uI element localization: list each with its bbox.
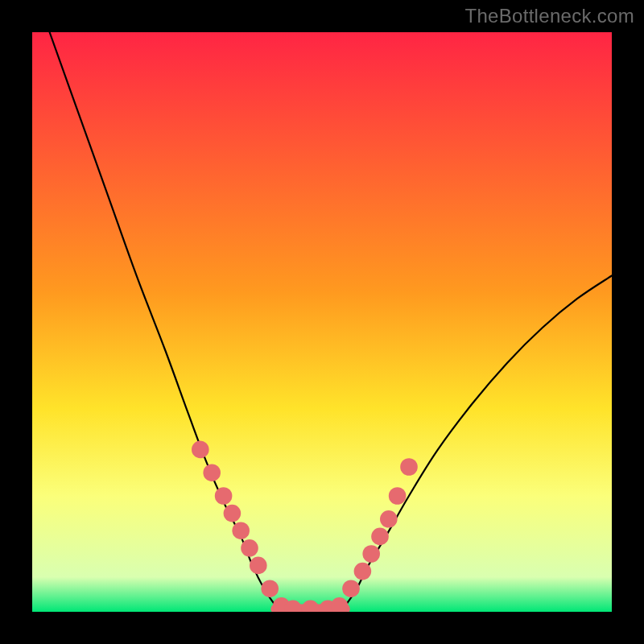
chart-frame: TheBottleneck.com bbox=[0, 0, 644, 644]
marker-dot bbox=[362, 545, 380, 563]
marker-dot bbox=[354, 563, 372, 580]
marker-dot bbox=[380, 510, 398, 528]
marker-dot bbox=[232, 522, 250, 539]
watermark-text: TheBottleneck.com bbox=[464, 5, 634, 27]
marker-dot bbox=[250, 557, 267, 575]
marker-dot bbox=[192, 441, 209, 459]
marker-dot bbox=[261, 580, 279, 597]
marker-dot bbox=[400, 458, 418, 476]
marker-dot bbox=[224, 505, 242, 522]
marker-dot bbox=[342, 580, 360, 597]
marker-dot bbox=[241, 539, 258, 557]
marker-dot bbox=[371, 528, 389, 546]
marker-dot bbox=[203, 464, 221, 481]
plot-area bbox=[32, 32, 612, 612]
chart-svg bbox=[32, 32, 612, 612]
marker-dot bbox=[389, 487, 407, 505]
gradient-background bbox=[32, 32, 612, 612]
marker-dot bbox=[215, 487, 233, 505]
